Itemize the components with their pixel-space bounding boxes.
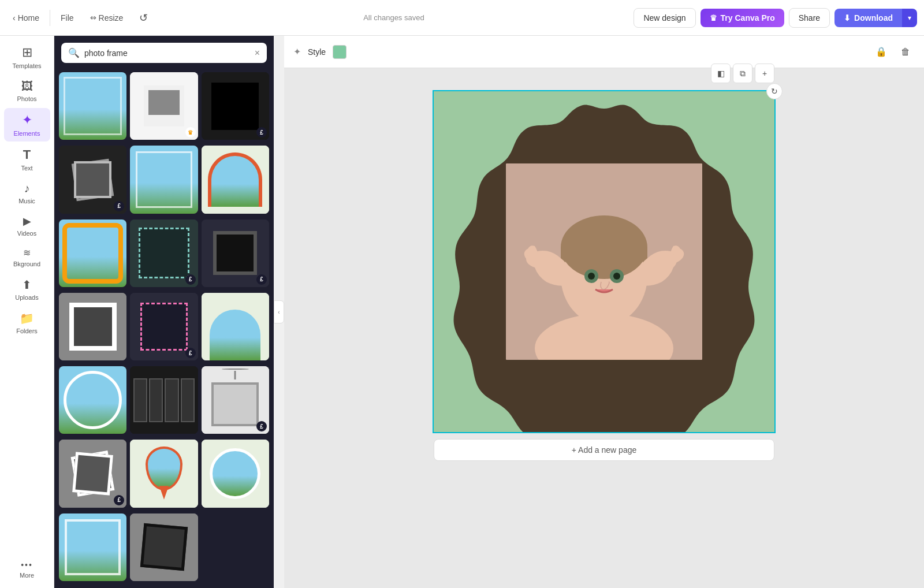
pound-badge: £	[256, 421, 267, 431]
templates-label: Templates	[12, 62, 41, 69]
videos-icon: ▶	[23, 215, 31, 228]
hide-panel-button[interactable]: ‹	[274, 300, 284, 323]
pound-badge: £	[185, 348, 196, 358]
list-item[interactable]	[59, 293, 126, 360]
list-item[interactable]	[202, 293, 269, 360]
nav-divider	[50, 10, 50, 26]
uploads-label: Uploads	[15, 294, 38, 301]
search-panel: 🔍 × ♛ £	[54, 36, 274, 588]
element-toolbar: ✦ Style 🔒 🗑	[284, 36, 924, 68]
list-item[interactable]	[130, 366, 198, 434]
search-bar-wrap: 🔍 ×	[54, 36, 274, 68]
pound-badge: £	[256, 274, 267, 285]
photos-icon: 🖼	[21, 80, 33, 93]
elements-icon: ✦	[22, 113, 32, 128]
download-icon: ⬇	[844, 13, 851, 23]
folders-label: Folders	[16, 328, 38, 334]
crown-badge: ♛	[185, 127, 196, 137]
list-item[interactable]: £	[130, 293, 198, 360]
duplicate-icon: ⧉	[740, 69, 746, 79]
file-menu[interactable]: File	[55, 10, 80, 26]
sidebar: ⊞ Templates 🖼 Photos ✦ Elements T Text ♪…	[0, 36, 54, 588]
sidebar-item-background[interactable]: ≋ Bkground	[4, 243, 50, 272]
search-icon: 🔍	[68, 47, 80, 58]
color-swatch[interactable]	[333, 45, 346, 59]
canvas-area[interactable]: ✦ Style 🔒 🗑 ◧ ⧉ +	[284, 36, 924, 588]
pound-badge: £	[114, 201, 124, 211]
list-item[interactable]: £	[202, 219, 269, 287]
text-label: Text	[21, 165, 32, 172]
download-dropdown[interactable]: ▾	[902, 9, 917, 27]
file-label: File	[61, 13, 74, 23]
sidebar-item-elements[interactable]: ✦ Elements	[4, 108, 50, 142]
canvas-photo	[506, 163, 702, 360]
sidebar-item-videos[interactable]: ▶ Videos	[4, 210, 50, 241]
rotate-icon: ↻	[771, 87, 778, 96]
templates-icon: ⊞	[22, 45, 32, 60]
list-item[interactable]: £	[202, 366, 269, 434]
style-label: Style	[308, 47, 326, 57]
background-label: Bkground	[13, 260, 40, 267]
rotate-handle[interactable]: ↻	[766, 83, 783, 99]
resize-label: Resize	[99, 13, 124, 23]
sparkle-icon: ✦	[293, 46, 301, 57]
search-clear-button[interactable]: ×	[255, 48, 260, 58]
share-button[interactable]: Share	[789, 8, 830, 28]
list-item[interactable]	[59, 513, 126, 581]
sidebar-item-music[interactable]: ♪ Music	[4, 177, 50, 209]
delete-button[interactable]: 🗑	[896, 43, 915, 61]
home-label: Home	[18, 13, 39, 23]
list-item[interactable]	[202, 146, 269, 213]
list-item[interactable]: ♛	[130, 72, 198, 140]
try-pro-button[interactable]: ♛ Try Canva Pro	[701, 9, 784, 27]
list-item[interactable]: £	[130, 219, 198, 287]
svg-point-11	[613, 273, 620, 280]
sidebar-item-uploads[interactable]: ⬆ Uploads	[4, 273, 50, 306]
pound-badge: £	[185, 274, 196, 285]
try-pro-label: Try Canva Pro	[721, 13, 775, 23]
chevron-left-icon: ‹	[13, 13, 16, 23]
folders-icon: 📁	[20, 311, 34, 325]
list-item[interactable]: £	[59, 146, 126, 213]
sidebar-item-folders[interactable]: 📁 Folders	[4, 307, 50, 339]
add-icon: +	[762, 69, 767, 78]
navbar: ‹ Home File ⇔ Resize ↺ All changes saved…	[0, 0, 924, 36]
sidebar-item-templates[interactable]: ⊞ Templates	[4, 40, 50, 74]
lock-button[interactable]: 🔒	[872, 43, 891, 61]
duplicate-button[interactable]: ⧉	[733, 64, 752, 83]
list-item[interactable]: £	[202, 72, 269, 140]
resize-menu[interactable]: ⇔ Resize	[84, 10, 129, 26]
home-button[interactable]: ‹ Home	[7, 10, 45, 26]
add-element-button[interactable]: +	[755, 64, 774, 83]
sidebar-item-photos[interactable]: 🖼 Photos	[4, 75, 50, 107]
download-label: Download	[854, 13, 893, 23]
nav-right: New design ♛ Try Canva Pro Share ⬇ Downl…	[634, 8, 917, 28]
uploads-icon: ⬆	[22, 278, 32, 292]
sidebar-item-more[interactable]: ••• More	[4, 556, 50, 583]
list-item[interactable]	[59, 366, 126, 434]
list-item[interactable]: £	[59, 440, 126, 507]
search-input[interactable]	[84, 49, 250, 58]
list-item[interactable]	[130, 440, 198, 507]
list-item[interactable]	[202, 440, 269, 507]
undo-button[interactable]: ↺	[133, 8, 154, 28]
list-item[interactable]	[59, 219, 126, 287]
copy-style-button[interactable]: ◧	[711, 64, 731, 83]
design-canvas[interactable]: ◧ ⧉ + ↻	[434, 91, 774, 432]
new-design-button[interactable]: New design	[634, 8, 695, 28]
list-item[interactable]	[130, 513, 198, 581]
search-bar-container: 🔍 ×	[61, 43, 267, 63]
add-page-button[interactable]: + Add a new page	[434, 439, 774, 461]
list-item[interactable]	[130, 146, 198, 213]
elements-label: Elements	[14, 130, 40, 137]
music-icon: ♪	[24, 182, 30, 195]
download-button[interactable]: ⬇ Download	[834, 9, 902, 27]
toolbar-right: 🔒 🗑	[872, 43, 915, 61]
music-label: Music	[18, 198, 35, 204]
background-icon: ≋	[23, 247, 31, 258]
main-area: ⊞ Templates 🖼 Photos ✦ Elements T Text ♪…	[0, 36, 924, 588]
download-group: ⬇ Download ▾	[834, 9, 917, 27]
list-item[interactable]	[59, 72, 126, 140]
photos-label: Photos	[17, 95, 36, 102]
sidebar-item-text[interactable]: T Text	[4, 143, 50, 176]
